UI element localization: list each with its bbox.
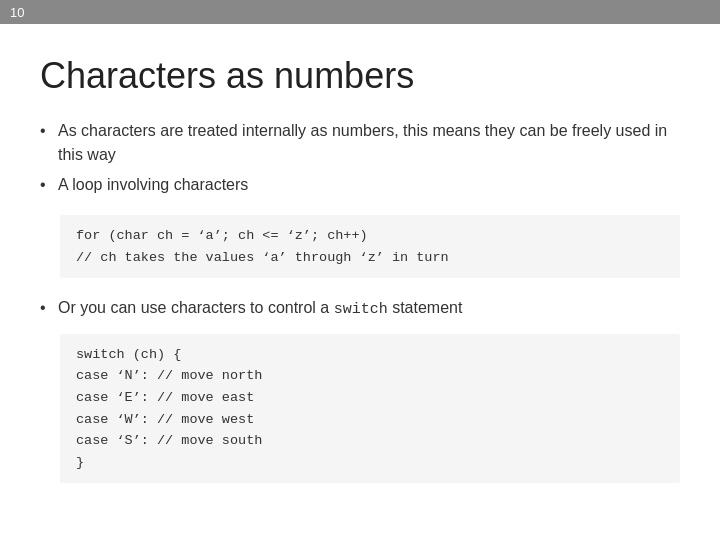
code-block-for-loop: for (char ch = ‘a’; ch <= ‘z’; ch++) // … (60, 215, 680, 278)
code-line: case ‘E’: // move east (76, 387, 664, 409)
top-bar: 10 (0, 0, 720, 24)
slide-number: 10 (10, 5, 24, 20)
code-block-switch: switch (ch) { case ‘N’: // move north ca… (60, 334, 680, 484)
code-line: } (76, 452, 664, 474)
code-line: // ch takes the values ‘a’ through ‘z’ i… (76, 247, 664, 269)
bullet-list: As characters are treated internally as … (40, 119, 680, 197)
slide-content: Characters as numbers As characters are … (0, 24, 720, 521)
bullet-switch-prefix: Or you can use characters to control a (58, 299, 334, 316)
list-item: A loop involving characters (40, 173, 680, 197)
code-line: case ‘S’: // move south (76, 430, 664, 452)
code-line: case ‘N’: // move north (76, 365, 664, 387)
bullet-switch-suffix: statement (388, 299, 463, 316)
code-line: case ‘W’: // move west (76, 409, 664, 431)
slide-title: Characters as numbers (40, 54, 680, 97)
code-line: for (char ch = ‘a’; ch <= ‘z’; ch++) (76, 225, 664, 247)
inline-code-switch: switch (334, 301, 388, 318)
bullet-switch: Or you can use characters to control a s… (40, 296, 680, 322)
code-line: switch (ch) { (76, 344, 664, 366)
list-item: As characters are treated internally as … (40, 119, 680, 167)
